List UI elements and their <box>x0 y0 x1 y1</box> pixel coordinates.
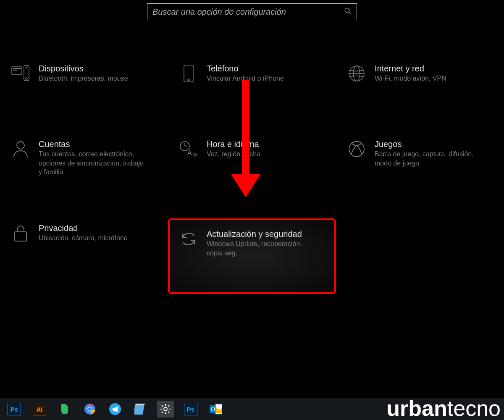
tile-network[interactable]: Internet y red Wi-Fi, modo avión, VPN <box>336 59 504 134</box>
lock-icon <box>10 223 31 244</box>
tile-desc: Vincular Android o iPhone <box>207 74 284 83</box>
tile-devices[interactable]: Dispositivos Bluetooth, impresoras, mous… <box>0 59 168 134</box>
tile-title: Teléfono <box>207 63 284 74</box>
tile-desc: Barra de juego, captura, difusión, modo … <box>375 150 484 168</box>
tile-title: Privacidad <box>39 223 128 234</box>
svg-rect-20 <box>15 232 26 241</box>
svg-rect-25 <box>134 404 144 415</box>
search-input[interactable] <box>152 7 344 17</box>
update-icon <box>178 228 199 249</box>
tile-time-language[interactable]: A 字 Hora e idioma Voz, región, fecha <box>168 134 336 218</box>
phone-icon <box>178 63 199 84</box>
taskbar-photoshop2-icon[interactable]: Ps <box>182 401 199 417</box>
taskbar-illustrator-icon[interactable]: Ai <box>31 401 48 417</box>
tile-title: Actualización y seguridad <box>207 228 316 239</box>
time-language-icon: A 字 <box>178 139 199 160</box>
svg-point-6 <box>26 67 27 68</box>
tile-privacy[interactable]: Privacidad Ubicación, cámara, micrófono <box>0 218 168 294</box>
svg-rect-8 <box>184 65 193 82</box>
taskbar-chrome-icon[interactable] <box>81 401 98 417</box>
svg-text:字: 字 <box>192 152 198 158</box>
svg-rect-3 <box>13 68 21 69</box>
svg-text:A: A <box>187 150 192 157</box>
tile-gaming[interactable]: Juegos Barra de juego, captura, difusión… <box>336 134 504 218</box>
settings-tiles: Dispositivos Bluetooth, impresoras, mous… <box>0 59 504 294</box>
taskbar-notepad-icon[interactable] <box>132 401 149 417</box>
settings-search[interactable] <box>147 3 357 20</box>
taskbar-evernote-icon[interactable] <box>56 401 73 417</box>
tile-accounts[interactable]: Cuentas Tus cuentas, correo electrónico,… <box>0 134 168 218</box>
person-icon <box>10 139 31 160</box>
svg-point-13 <box>17 142 24 149</box>
tile-desc: Ubicación, cámara, micrófono <box>39 234 128 243</box>
svg-rect-26 <box>135 404 145 405</box>
svg-point-0 <box>345 8 349 13</box>
svg-point-31 <box>212 407 214 411</box>
taskbar-photoshop-icon[interactable]: Ps <box>6 401 23 417</box>
xbox-icon <box>346 139 367 160</box>
svg-point-7 <box>26 78 27 79</box>
tile-desc: Tus cuentas, correo electrónico, opcione… <box>39 150 148 177</box>
tile-update-security[interactable]: Actualización y seguridad Windows Update… <box>168 218 336 294</box>
watermark: urbantecno <box>386 396 501 420</box>
search-icon <box>344 7 352 16</box>
svg-line-1 <box>349 12 351 14</box>
taskbar-outlook-icon[interactable] <box>207 401 224 417</box>
devices-icon <box>10 63 31 84</box>
tile-title: Internet y red <box>375 63 446 74</box>
svg-point-9 <box>188 79 189 81</box>
tile-title: Cuentas <box>39 139 148 150</box>
svg-point-27 <box>164 407 167 411</box>
svg-rect-4 <box>13 70 17 71</box>
tile-desc: Wi-Fi, modo avión, VPN <box>375 74 446 83</box>
tile-desc: Bluetooth, impresoras, mouse <box>39 74 128 83</box>
tile-title: Juegos <box>375 139 484 150</box>
taskbar-telegram-icon[interactable] <box>107 401 123 417</box>
tile-phone[interactable]: Teléfono Vincular Android o iPhone <box>168 59 336 134</box>
tile-title: Dispositivos <box>39 63 128 74</box>
taskbar-settings-icon[interactable] <box>157 401 174 417</box>
tile-title: Hora e idioma <box>207 139 260 150</box>
tile-desc: Voz, región, fecha <box>207 150 260 159</box>
globe-icon <box>346 63 367 84</box>
tile-desc: Windows Update, recuperación, copia seg. <box>207 239 316 257</box>
